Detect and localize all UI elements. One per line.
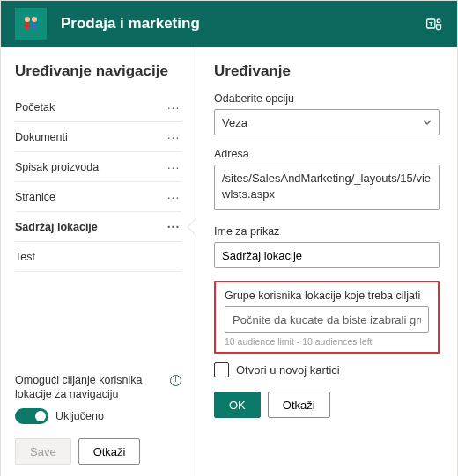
info-icon[interactable]: i xyxy=(170,375,181,386)
cancel-button[interactable]: Otkaži xyxy=(268,392,330,418)
ellipsis-icon[interactable]: ··· xyxy=(166,220,181,234)
svg-point-0 xyxy=(25,17,30,22)
audience-targeting-toggle[interactable] xyxy=(15,408,48,424)
cancel-button[interactable]: Otkaži xyxy=(78,438,141,465)
audience-group-label: Grupe korisnika lokacije koje treba cilj… xyxy=(225,289,429,302)
site-logo xyxy=(15,8,47,40)
option-label: Odaberite opciju xyxy=(214,92,440,105)
chevron-down-icon xyxy=(423,118,432,127)
nav-item[interactable]: Stranice ··· xyxy=(15,182,181,212)
save-button: Save xyxy=(15,438,71,465)
ellipsis-icon[interactable]: ··· xyxy=(166,160,181,174)
site-title: Prodaja i marketing xyxy=(61,15,411,33)
svg-rect-2 xyxy=(25,22,30,29)
nav-item-label: Početak xyxy=(15,101,55,114)
ellipsis-icon[interactable]: ··· xyxy=(166,190,181,204)
svg-point-1 xyxy=(32,17,37,22)
handshake-icon xyxy=(20,13,41,34)
nav-item-label: Stranice xyxy=(15,191,55,203)
display-name-input[interactable] xyxy=(214,242,440,268)
audience-group-input[interactable] xyxy=(225,306,429,333)
nav-item[interactable]: Dokumenti ··· xyxy=(15,122,181,152)
nav-item[interactable]: Spisak proizvoda ··· xyxy=(15,152,181,182)
new-tab-checkbox[interactable] xyxy=(214,362,229,377)
nav-edit-panel: Uređivanje navigacije Početak ··· Dokume… xyxy=(1,47,196,476)
site-header: Prodaja i marketing T xyxy=(1,1,457,47)
svg-text:T: T xyxy=(429,20,433,28)
option-select-value: Veza xyxy=(222,116,247,129)
ok-button[interactable]: OK xyxy=(214,392,261,418)
nav-item-label: Test xyxy=(15,251,35,263)
address-label: Adresa xyxy=(214,148,440,160)
option-select[interactable]: Veza xyxy=(214,109,440,135)
nav-item[interactable]: Početak ··· xyxy=(15,92,181,122)
nav-item-label: Dokumenti xyxy=(15,131,68,143)
nav-item-selected[interactable]: Sadržaj lokacije ··· xyxy=(15,212,181,242)
svg-rect-3 xyxy=(32,22,37,29)
nav-item-label: Spisak proizvoda xyxy=(15,161,99,173)
display-name-label: Ime za prikaz xyxy=(214,225,440,238)
ellipsis-icon[interactable]: ··· xyxy=(166,130,181,144)
nav-item[interactable]: Test xyxy=(15,242,181,272)
audience-group-section: Grupe korisnika lokacije koje treba cilj… xyxy=(214,281,440,354)
audience-targeting-label: Omogući ciljanje korisnika lokacije za n… xyxy=(15,373,181,402)
callout-pointer-icon xyxy=(187,218,196,236)
toggle-state-label: Uključeno xyxy=(55,410,104,422)
svg-point-6 xyxy=(437,19,440,23)
address-input[interactable] xyxy=(214,165,440,210)
teams-icon[interactable]: T xyxy=(425,15,443,33)
nav-item-label: Sadržaj lokacije xyxy=(15,221,98,233)
audience-limit-text: 10 audience limit - 10 audiences left xyxy=(225,336,429,347)
edit-item-panel: Uređivanje Odaberite opciju Veza Adresa … xyxy=(196,47,457,476)
ellipsis-icon[interactable]: ··· xyxy=(166,100,181,114)
edit-panel-title: Uređivanje xyxy=(214,62,440,80)
nav-edit-title: Uređivanje navigacije xyxy=(15,62,181,80)
new-tab-label: Otvori u novoj kartici xyxy=(236,363,340,377)
